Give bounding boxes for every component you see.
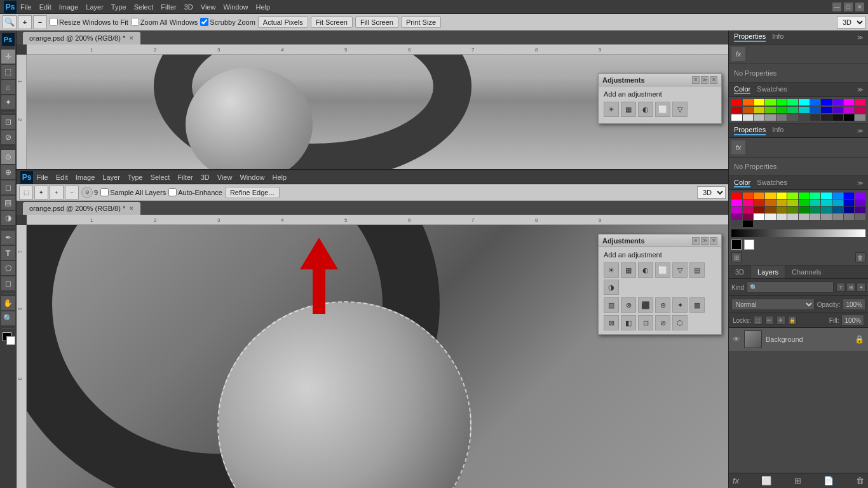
resize-windows-label[interactable]: Resize Windows to Fit: [50, 18, 128, 26]
swatch[interactable]: [743, 114, 754, 121]
adj-icon-pattern[interactable]: ⬡: [672, 315, 688, 330]
menu2-edit[interactable]: Edit: [56, 173, 68, 181]
swatch[interactable]: [765, 114, 776, 121]
swatch[interactable]: [855, 214, 865, 220]
swatch[interactable]: [776, 200, 787, 206]
swatch[interactable]: [810, 114, 821, 121]
color-collapse-1[interactable]: ≫: [857, 86, 863, 93]
add-style-button[interactable]: fx: [733, 476, 739, 485]
close-tab-2[interactable]: ✕: [129, 205, 134, 212]
blend-mode-select[interactable]: Normal: [731, 299, 815, 310]
swatch[interactable]: [787, 107, 798, 113]
swatch[interactable]: [810, 99, 821, 105]
swatch[interactable]: [844, 207, 855, 213]
menu-select[interactable]: Select: [134, 3, 154, 11]
lasso-tool[interactable]: ⌂: [1, 80, 15, 94]
lock-transparent[interactable]: ⬚: [754, 316, 763, 325]
sample-all-layers-checkbox[interactable]: [100, 188, 109, 196]
fit-screen-button[interactable]: Fit Screen: [311, 17, 353, 28]
adj-icon-hue[interactable]: ▤: [689, 262, 705, 278]
swatch[interactable]: [787, 200, 798, 206]
shape-tool[interactable]: ◻: [1, 276, 15, 290]
resize-windows-checkbox[interactable]: [50, 18, 58, 26]
swatch[interactable]: [765, 200, 776, 206]
swatch[interactable]: [844, 214, 855, 220]
adj-close-2[interactable]: ✕: [710, 237, 717, 245]
adj-icon-selectivecolor[interactable]: ◧: [621, 315, 636, 330]
crop-tool[interactable]: ⊡: [1, 115, 15, 129]
adj-icon-bw[interactable]: ▧: [604, 297, 619, 313]
adj-expand-1[interactable]: ≫: [701, 76, 709, 84]
path-tool[interactable]: ⬠: [1, 261, 15, 275]
quick-select-sub[interactable]: −: [65, 186, 79, 200]
swatch[interactable]: [844, 193, 855, 199]
dodge-tool[interactable]: ◑: [1, 211, 15, 225]
swatch[interactable]: [754, 200, 764, 206]
new-group-button[interactable]: ⊞: [794, 476, 801, 485]
auto-enhance-label[interactable]: Auto-Enhance: [168, 188, 222, 196]
swatch[interactable]: [787, 193, 798, 199]
swatch[interactable]: [765, 214, 776, 220]
swatch[interactable]: [855, 193, 865, 199]
close-tab-1[interactable]: ✕: [129, 35, 134, 41]
menu2-select[interactable]: Select: [151, 173, 170, 181]
menu2-3d[interactable]: 3D: [201, 173, 210, 181]
properties-tab-1[interactable]: Properties: [734, 32, 766, 42]
swatch[interactable]: [855, 107, 865, 113]
adj-icon-channelmixer[interactable]: ⬛: [638, 297, 653, 313]
menu-window[interactable]: Window: [223, 3, 248, 11]
delete-layer-button[interactable]: 🗑: [856, 476, 864, 485]
swatch[interactable]: [754, 107, 764, 113]
type-tool[interactable]: T: [1, 246, 15, 260]
adj-icon-exposure[interactable]: ⬜: [655, 262, 670, 278]
quick-select-add[interactable]: +: [50, 186, 64, 200]
layer-visibility-icon[interactable]: 👁: [733, 335, 740, 344]
layer-item-background[interactable]: 👁 Background 🔒: [729, 328, 868, 351]
swatch[interactable]: [776, 207, 787, 213]
swatch[interactable]: [821, 107, 832, 113]
print-size-button[interactable]: Print Size: [401, 17, 441, 28]
swatch[interactable]: [810, 214, 821, 220]
swatch[interactable]: [810, 207, 821, 213]
adj-brightness-1[interactable]: ☀: [604, 102, 619, 117]
adj-levels-1[interactable]: ▦: [621, 102, 636, 117]
menu-layer[interactable]: Layer: [86, 3, 104, 11]
actual-pixels-button[interactable]: Actual Pixels: [258, 17, 308, 28]
swatch[interactable]: [743, 214, 754, 220]
adj-curves-1[interactable]: ◐: [638, 102, 653, 117]
menu2-image[interactable]: Image: [76, 173, 95, 181]
swatch[interactable]: [743, 207, 754, 213]
gradient-bar[interactable]: [731, 229, 865, 237]
swatch[interactable]: [832, 193, 843, 199]
adj-icon-levels[interactable]: ▦: [621, 262, 636, 278]
swatch[interactable]: [832, 207, 843, 213]
zoom-all-windows-checkbox[interactable]: [131, 18, 139, 26]
brush-tool[interactable]: ⊙: [1, 150, 15, 164]
menu2-file[interactable]: File: [37, 173, 48, 181]
adj-exposure-1[interactable]: ⬜: [655, 102, 670, 117]
adj-icon-solid[interactable]: ⊘: [655, 315, 670, 330]
swatch[interactable]: [765, 107, 776, 113]
swatch[interactable]: [855, 200, 865, 206]
swatch[interactable]: [844, 107, 855, 113]
swatch[interactable]: [810, 107, 821, 113]
swatch[interactable]: [776, 114, 787, 121]
swatch[interactable]: [754, 207, 764, 213]
swatch[interactable]: [821, 193, 832, 199]
menu-3d[interactable]: 3D: [184, 3, 193, 11]
lock-all[interactable]: 🔒: [788, 316, 797, 325]
new-layer-button[interactable]: 📄: [824, 476, 834, 485]
swatch[interactable]: [731, 214, 742, 220]
swatch[interactable]: [821, 207, 832, 213]
swatch[interactable]: [787, 99, 798, 105]
color-tab-1[interactable]: Color: [734, 85, 750, 94]
swatch[interactable]: [754, 193, 764, 199]
swatch[interactable]: [821, 99, 832, 105]
swatch[interactable]: [787, 207, 798, 213]
selection-tool[interactable]: ⬚: [1, 65, 15, 79]
swatch[interactable]: [799, 114, 810, 121]
menu-edit[interactable]: Edit: [39, 3, 51, 11]
zoom-all-windows-label[interactable]: Zoom All Windows: [131, 18, 198, 26]
zoom-out-icon[interactable]: −: [33, 15, 47, 29]
swatch[interactable]: [787, 114, 798, 121]
